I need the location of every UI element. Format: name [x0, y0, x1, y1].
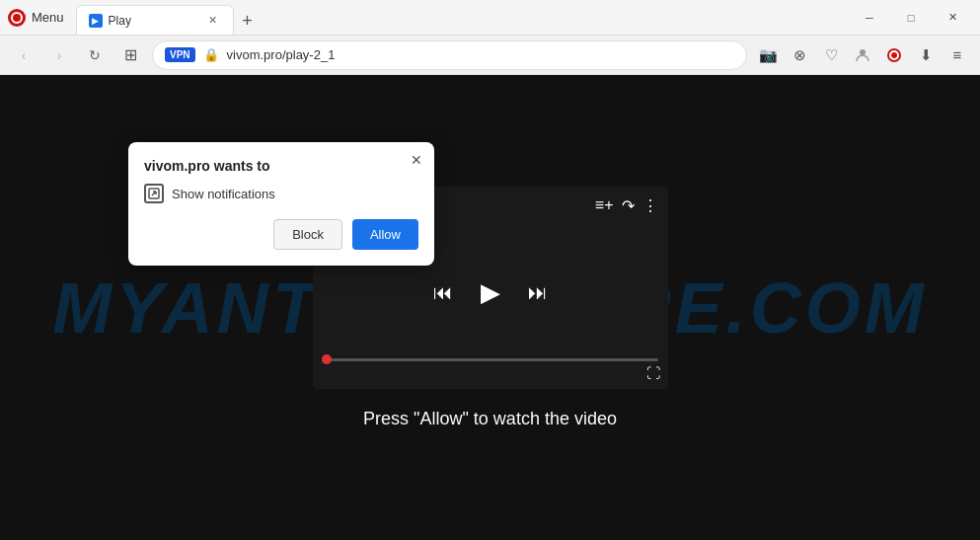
- notification-permission-icon: [144, 184, 164, 203]
- video-progress-bar[interactable]: [323, 358, 658, 361]
- address-bar: ‹ › ↻ ⊞ VPN 🔒 vivom.pro/play-2_1 📷 ⊗ ♡: [0, 36, 980, 75]
- fullscreen-button[interactable]: ⛶: [646, 365, 660, 381]
- title-bar: Menu ▶ Play ✕ + ─ □ ✕: [0, 0, 980, 36]
- block-button[interactable]: Block: [273, 219, 342, 250]
- share-icon[interactable]: ↷: [622, 196, 635, 215]
- tab-favicon: ▶: [89, 14, 103, 28]
- video-controls: ⏮ ▶ ⏭: [433, 277, 548, 308]
- forward-button[interactable]: ›: [45, 41, 73, 69]
- maximize-button[interactable]: □: [891, 4, 931, 32]
- refresh-button[interactable]: ↻: [81, 41, 109, 69]
- allow-button[interactable]: Allow: [352, 219, 418, 250]
- grid-button[interactable]: ⊞: [116, 41, 144, 69]
- video-progress-fill: [323, 358, 327, 361]
- popup-buttons: Block Allow: [144, 219, 418, 250]
- download-icon[interactable]: ⬇: [913, 42, 939, 68]
- menu-icon[interactable]: ≡: [944, 42, 970, 68]
- back-button[interactable]: ‹: [10, 41, 38, 69]
- queue-icon[interactable]: ≡+: [595, 196, 614, 214]
- url-bar[interactable]: VPN 🔒 vivom.pro/play-2_1: [152, 40, 747, 70]
- next-button[interactable]: ⏭: [528, 281, 548, 304]
- ssl-icon: 🔒: [203, 47, 219, 62]
- url-text: vivom.pro/play-2_1: [227, 47, 336, 62]
- page-content: MYANTISPYWARE.COM ≡+ ↷ ⋮ ⏮ ▶ ⏭: [0, 75, 980, 540]
- window-controls: ─ □ ✕: [850, 4, 972, 32]
- opera-icon[interactable]: [881, 42, 907, 68]
- popup-close-button[interactable]: ✕: [411, 152, 422, 168]
- video-progress-dot: [322, 354, 332, 364]
- video-caption: Press "Allow" to watch the video: [363, 409, 617, 428]
- video-toolbar: ≡+ ↷ ⋮: [595, 196, 658, 215]
- popup-title: vivom.pro wants to: [144, 158, 418, 174]
- menu-label[interactable]: Menu: [32, 10, 64, 25]
- more-options-icon[interactable]: ⋮: [642, 196, 658, 215]
- tabs-container: ▶ Play ✕ +: [76, 0, 844, 35]
- tab-close-button[interactable]: ✕: [205, 13, 221, 29]
- tab-title: Play: [109, 14, 131, 28]
- close-button[interactable]: ✕: [933, 4, 972, 32]
- prev-button[interactable]: ⏮: [433, 281, 453, 304]
- notification-popup: ✕ vivom.pro wants to Show notifications …: [128, 142, 434, 266]
- permission-text: Show notifications: [172, 187, 275, 201]
- toolbar-icons: 📷 ⊗ ♡ ⬇ ≡: [755, 42, 970, 68]
- vpn-badge: VPN: [165, 47, 195, 62]
- svg-point-0: [860, 49, 866, 55]
- camera-icon[interactable]: 📷: [755, 42, 781, 68]
- opera-logo: [8, 9, 26, 27]
- browser-frame: Menu ▶ Play ✕ + ─ □ ✕ ‹ › ↻ ⊞ VPN 🔒 vivo…: [0, 0, 980, 540]
- popup-permission: Show notifications: [144, 184, 418, 203]
- play-button[interactable]: ▶: [481, 277, 500, 308]
- heart-icon[interactable]: ♡: [818, 42, 844, 68]
- active-tab[interactable]: ▶ Play ✕: [76, 5, 234, 35]
- block-icon[interactable]: ⊗: [787, 42, 812, 68]
- new-tab-button[interactable]: +: [234, 7, 262, 35]
- minimize-button[interactable]: ─: [850, 4, 889, 32]
- avatar-icon[interactable]: [850, 42, 875, 68]
